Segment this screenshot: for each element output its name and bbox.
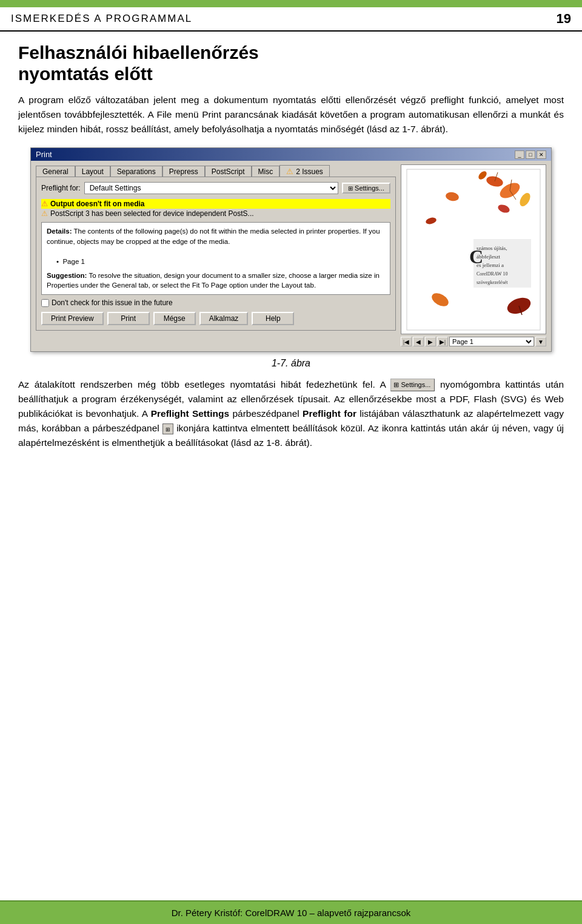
minimize-button[interactable]: _ (515, 150, 524, 159)
dialog-titlebar: Print _ □ ✕ (31, 148, 551, 161)
tab-layout[interactable]: Layout (75, 166, 110, 177)
page-select[interactable]: Page 1 (449, 337, 534, 346)
dialog-title: Print (36, 150, 52, 159)
preflight-select[interactable]: Default Settings (84, 182, 338, 194)
apply-button[interactable]: Alkalmaz (199, 312, 249, 325)
cancel-button[interactable]: Mégse (153, 312, 196, 325)
figure-caption: 1-7. ábra (18, 358, 564, 369)
tab-separations[interactable]: Separations (110, 166, 162, 177)
settings-button[interactable]: ⊞ Settings... (342, 183, 390, 194)
nav-first-button[interactable]: |◀ (401, 337, 412, 346)
tab-postscript[interactable]: PostScript (205, 166, 252, 177)
maximize-button[interactable]: □ (526, 150, 535, 159)
dont-check-checkbox[interactable] (41, 299, 49, 307)
settings-inline-image: ⊞ Settings... (390, 379, 435, 391)
tab-misc[interactable]: Misc (252, 166, 280, 177)
preflight-label: Preflight for: (41, 184, 81, 192)
dont-check-label: Don't check for this issue in the future (52, 298, 173, 307)
print-preview-button[interactable]: Print Preview (41, 312, 104, 325)
footer-text: Dr. Pétery Kristóf: CorelDRAW 10 – alapv… (172, 908, 411, 918)
close-button[interactable]: ✕ (537, 150, 546, 159)
nav-prev-button[interactable]: ◀ (413, 337, 424, 346)
dialog-body: General Layout Separations Prepress Post… (31, 161, 551, 351)
issue-item-2[interactable]: ⚠ PostScript 3 has been selected for dev… (41, 209, 390, 218)
svg-text:szövegkezelését: szövegkezelését (477, 280, 508, 285)
page-number: 19 (557, 11, 571, 27)
nav-next-button[interactable]: ▶ (425, 337, 436, 346)
top-accent-strip (0, 0, 582, 7)
issue-text-1: Output doesn't fit on media (50, 200, 145, 208)
tab-prepress[interactable]: Prepress (162, 166, 205, 177)
suggestion: Suggestion: To resolve the situation, de… (47, 271, 385, 291)
dialog-right-panel: számos újítás, ábbfejleszt es jellemzi a… (401, 164, 546, 346)
warn-icon-2: ⚠ (41, 209, 48, 218)
svg-text:CorelDRAW 10: CorelDRAW 10 (477, 271, 507, 277)
nav-dropdown-button[interactable]: ▼ (535, 337, 546, 346)
page-preview: számos újítás, ábbfejleszt es jellemzi a… (401, 164, 546, 334)
page-content: Felhasználói hibaellenőrzés nyomtatás el… (0, 32, 582, 450)
print-button[interactable]: Print (107, 312, 150, 325)
nav-last-button[interactable]: ▶| (437, 337, 448, 346)
print-dialog: Print _ □ ✕ General Layout Separations P… (30, 147, 552, 352)
preflight-row: Preflight for: Default Settings ⊞ Settin… (41, 182, 390, 194)
issue-text-2: PostScript 3 has been selected for devic… (50, 209, 254, 218)
issues-list: ⚠ Output doesn't fit on media ⚠ PostScri… (41, 199, 390, 218)
settings-inline-icon: ⊞ (393, 381, 399, 388)
help-button[interactable]: Help (252, 312, 294, 325)
footer: Dr. Pétery Kristóf: CorelDRAW 10 – alapv… (0, 900, 582, 924)
tab-general[interactable]: General (36, 166, 75, 177)
details-bold: Details: (47, 228, 72, 235)
checkbox-row: Don't check for this issue in the future (41, 298, 390, 307)
header-title: ISMERKEDÉS A PROGRAMMAL (11, 13, 192, 25)
dialog-tabs: General Layout Separations Prepress Post… (36, 164, 396, 177)
paragraph-2: Az átalakított rendszerben még több eset… (18, 377, 564, 450)
preview-svg: számos újítás, ábbfejleszt es jellemzi a… (404, 166, 543, 333)
warn-icon-1: ⚠ (41, 200, 48, 208)
dialog-buttons: Print Preview Print Mégse Alkalmaz Help (41, 312, 390, 325)
page-item: • Page 1 (47, 257, 385, 267)
paragraph-1: A program előző változatában jelent meg … (18, 93, 564, 137)
dialog-tab-content: Preflight for: Default Settings ⊞ Settin… (36, 177, 396, 331)
page-header: ISMERKEDÉS A PROGRAMMAL 19 (0, 7, 582, 32)
dialog-titlebar-buttons: _ □ ✕ (515, 150, 546, 159)
svg-text:C: C (469, 246, 483, 268)
details-text: The contents of the following page(s) do… (47, 228, 380, 245)
issue-item-1[interactable]: ⚠ Output doesn't fit on media (41, 199, 390, 209)
details-box: Details: The contents of the following p… (41, 222, 390, 295)
tab-issues[interactable]: ⚠ 2 Issues (279, 165, 330, 177)
preflight-inline-icon: ⊞ (162, 423, 173, 434)
preview-navigation: |◀ ◀ ▶ ▶| Page 1 ▼ (401, 337, 546, 346)
settings-icon: ⊞ (348, 185, 353, 192)
chapter-title: Felhasználói hibaellenőrzés nyomtatás el… (18, 42, 564, 84)
issues-warn-icon: ⚠ (286, 167, 293, 176)
dialog-left-panel: General Layout Separations Prepress Post… (36, 164, 396, 346)
